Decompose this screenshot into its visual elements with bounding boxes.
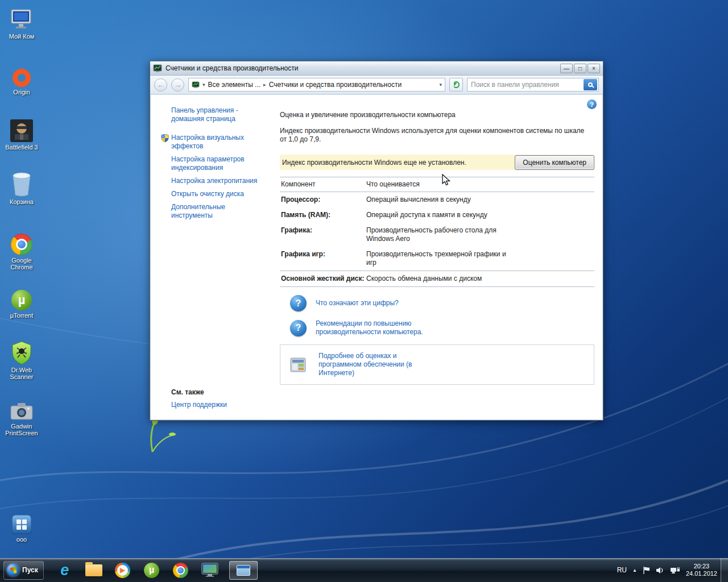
question-mark-icon: ? [290, 320, 307, 336]
breadcrumb[interactable]: ▾ Все элементы ... ▸ Счетчики и средства… [188, 78, 445, 92]
chevron-down-icon[interactable]: ▾ [202, 82, 205, 88]
utorrent-icon: µ [144, 563, 159, 578]
sidebar-item-disk-cleanup[interactable]: Открыть очистку диска [171, 190, 268, 198]
see-also-title: См. также [171, 388, 227, 396]
volume-icon[interactable] [656, 567, 665, 574]
desktop: Мой Ком Origin Battlefield 3 Корзина [0, 0, 728, 582]
table-row: Графика: Производительность рабочего сто… [280, 223, 594, 247]
components-table: Компонент Что оценивается Процессор: Опе… [280, 177, 594, 287]
refresh-button[interactable] [449, 78, 463, 92]
chrome-icon [173, 563, 188, 578]
minimize-button[interactable]: — [560, 64, 573, 73]
search-input[interactable] [468, 81, 584, 89]
taskbar-chrome-button[interactable] [171, 560, 191, 580]
question-mark-icon: ? [290, 295, 307, 311]
component-name: Графика игр: [281, 250, 366, 267]
breadcrumb-history-icon[interactable]: ▾ [439, 82, 442, 88]
control-panel-window: Счетчики и средства производительности —… [150, 61, 603, 421]
camera-icon [1, 394, 42, 421]
recycle-bin-icon [1, 170, 42, 197]
desktop-icon-ooo[interactable]: ooo [1, 508, 42, 543]
battlefield3-icon [1, 115, 42, 142]
sidebar-item-visual-effects[interactable]: Настройка визуальных эффектов [171, 134, 268, 151]
sidebar-item-home[interactable]: Панель управления - домашняя страница [171, 106, 268, 123]
component-measure: Производительность трехмерной графики и … [366, 250, 508, 267]
maximize-button[interactable]: □ [574, 64, 586, 73]
desktop-icon-label: µTorrent [1, 312, 42, 319]
breadcrumb-separator-icon: ▸ [263, 82, 266, 88]
taskbar-media-player-button[interactable]: ▶ [113, 560, 133, 580]
close-button[interactable]: × [588, 64, 600, 73]
table-row: Графика игр: Производительность трехмерн… [280, 247, 594, 271]
desktop-icon-label: Корзина [1, 198, 42, 205]
desktop-icon-drweb[interactable]: Dr.Web Scanner [1, 338, 42, 380]
taskbar-display-app-button[interactable] [200, 560, 220, 580]
desktop-icon-label: Мой Ком [1, 33, 42, 40]
desktop-icon-utorrent[interactable]: µ µTorrent [1, 284, 42, 319]
what-numbers-mean-link[interactable]: Что означают эти цифры? [316, 299, 399, 307]
desktop-icon-origin[interactable]: Origin [1, 60, 42, 95]
start-button[interactable]: Пуск [3, 561, 44, 580]
page-description: Индекс производительности Windows исполь… [280, 127, 590, 144]
forward-icon: → [174, 81, 181, 89]
window-title: Счетчики и средства производительности [166, 64, 560, 72]
desktop-icon-label: Battlefield 3 [1, 144, 42, 151]
desktop-icon-label: ooo [1, 536, 42, 543]
see-also-section: См. также Центр поддержки [171, 388, 227, 413]
more-info-panel: Подробнее об оценках и программном обесп… [280, 344, 594, 385]
taskbar-explorer-button[interactable] [84, 560, 104, 580]
desktop-icon-label: Origin [1, 89, 42, 95]
refresh-icon [453, 81, 460, 88]
more-info-link[interactable]: Подробнее об оценках и программном обесп… [318, 352, 432, 377]
language-indicator[interactable]: RU [617, 566, 627, 574]
desktop-icon-gadwin[interactable]: Gadwin PrintScreen [1, 394, 42, 436]
start-label: Пуск [22, 566, 38, 574]
sidebar-item-power[interactable]: Настройка электропитания [171, 177, 268, 185]
breadcrumb-root[interactable]: Все элементы ... [208, 81, 261, 89]
network-icon[interactable] [671, 567, 680, 574]
search-button[interactable] [584, 79, 597, 90]
desktop-icon-recycle-bin[interactable]: Корзина [1, 170, 42, 205]
table-row: Основной жесткий диск: Скорость обмена д… [280, 271, 594, 287]
back-button[interactable]: ← [154, 78, 167, 92]
taskbar: Пуск e ▶ µ [0, 558, 728, 582]
back-icon: ← [157, 81, 164, 89]
help-link-row[interactable]: ? Что означают эти цифры? [280, 295, 594, 311]
support-center-link[interactable]: Центр поддержки [171, 401, 227, 409]
performance-recommendations-link[interactable]: Рекомендации по повышению производительн… [316, 319, 441, 336]
mu-glyph: µ [149, 565, 154, 575]
taskbar-active-window-button[interactable] [229, 561, 258, 580]
window-sidebar: Панель управления - домашняя страница На… [171, 106, 268, 225]
window-titlebar[interactable]: Счетчики и средства производительности —… [150, 61, 603, 76]
windows-installer-icon [1, 508, 42, 534]
desktop-icon-chrome[interactable]: Google Chrome [1, 228, 42, 271]
close-icon: × [592, 65, 595, 72]
my-computer-icon [1, 5, 42, 31]
media-player-icon: ▶ [115, 563, 130, 578]
sidebar-item-indexing[interactable]: Настройка параметров индексирования [171, 155, 268, 172]
forward-button[interactable]: → [171, 78, 184, 92]
taskbar-utorrent-button[interactable]: µ [142, 560, 162, 580]
component-measure: Производительность рабочего стола для Wi… [366, 226, 508, 243]
help-link-row[interactable]: ? Рекомендации по повышению производител… [280, 319, 594, 336]
window-toolbar: ← → ▾ Все элементы ... ▸ Счетчики и сред… [150, 76, 603, 94]
hidden-icons-button[interactable]: ▲ [632, 568, 637, 573]
control-panel-window-icon [237, 565, 250, 576]
component-measure: Операций доступа к памяти в секунду [366, 211, 508, 219]
desktop-icon-my-computer[interactable]: Мой Ком [1, 5, 42, 40]
taskbar-buttons: e ▶ µ [55, 560, 258, 580]
table-header-measure: Что оценивается [366, 180, 508, 189]
action-center-flag-icon[interactable] [643, 566, 650, 575]
assess-computer-button[interactable]: Оценить компьютер [515, 155, 594, 170]
desktop-icon-battlefield3[interactable]: Battlefield 3 [1, 115, 42, 151]
sidebar-item-advanced-tools[interactable]: Дополнительные инструменты [171, 203, 268, 220]
taskbar-internet-explorer-button[interactable]: e [55, 560, 75, 580]
show-desktop-button[interactable] [721, 558, 728, 582]
breadcrumb-current[interactable]: Счетчики и средства производительности [269, 81, 402, 89]
wei-banner-text: Индекс производительности Windows еще не… [282, 159, 466, 167]
component-name: Процессор: [281, 196, 366, 204]
desktop-icon-label: Gadwin PrintScreen [1, 423, 42, 436]
performance-monitor-icon [153, 64, 162, 73]
clock[interactable]: 20:23 24.01.2012 [686, 563, 717, 577]
clock-date: 24.01.2012 [686, 570, 717, 577]
